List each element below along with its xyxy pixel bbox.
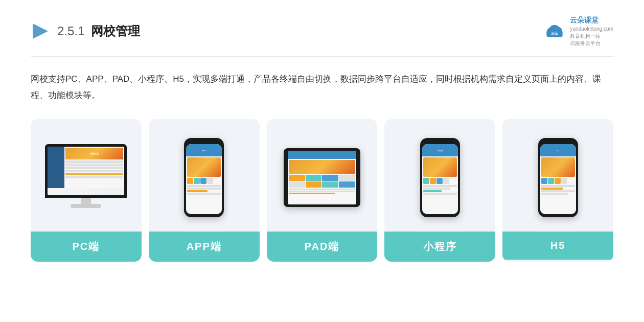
svg-marker-0 xyxy=(33,24,48,39)
card-miniprogram-image: 小程序 xyxy=(384,119,495,232)
card-h5: H5 xyxy=(502,119,613,262)
card-h5-label: H5 xyxy=(502,232,613,260)
card-pad: PAD端 xyxy=(267,119,378,262)
tablet-mockup xyxy=(284,148,360,207)
brand-cloud-icon: 云朵 xyxy=(543,20,566,42)
card-app-label: APP端 xyxy=(149,232,260,262)
card-miniprogram-label: 小程序 xyxy=(384,232,495,262)
card-app-image: APP xyxy=(149,119,260,232)
card-pc-image: 招进人的 xyxy=(31,119,142,232)
card-pc: 招进人的 xyxy=(31,119,142,262)
card-miniprogram: 小程序 xyxy=(384,119,495,262)
brand-logo: 云朵 云朵课堂 yunduoketang.com 教育机构一站 式服务云平台 xyxy=(543,15,613,47)
logo-arrow-icon xyxy=(31,21,50,41)
header-left: 2.5.1 网校管理 xyxy=(31,21,140,41)
card-app: APP xyxy=(149,119,260,262)
pc-monitor-mockup: 招进人的 xyxy=(45,144,127,211)
phone-mockup-miniprogram: 小程序 xyxy=(420,138,460,217)
description-text: 网校支持PC、APP、PAD、小程序、H5，实现多端打通，产品各终端自由切换，数… xyxy=(31,71,613,104)
card-h5-image: H5 xyxy=(502,119,613,232)
page-header: 2.5.1 网校管理 云朵 云朵课堂 yunduoketang.com 教育机构… xyxy=(31,15,613,57)
page-container: 2.5.1 网校管理 云朵 云朵课堂 yunduoketang.com 教育机构… xyxy=(0,0,644,322)
page-title: 2.5.1 网校管理 xyxy=(57,23,140,39)
card-pad-label: PAD端 xyxy=(267,232,378,262)
phone-mockup-app: APP xyxy=(184,138,224,217)
brand-text-block: 云朵课堂 yunduoketang.com 教育机构一站 式服务云平台 xyxy=(570,15,613,47)
phone-mockup-h5: H5 xyxy=(538,138,578,217)
svg-text:云朵: 云朵 xyxy=(551,32,559,35)
card-pc-label: PC端 xyxy=(31,232,142,262)
card-pad-image xyxy=(267,119,378,232)
cards-row: 招进人的 xyxy=(31,119,613,262)
